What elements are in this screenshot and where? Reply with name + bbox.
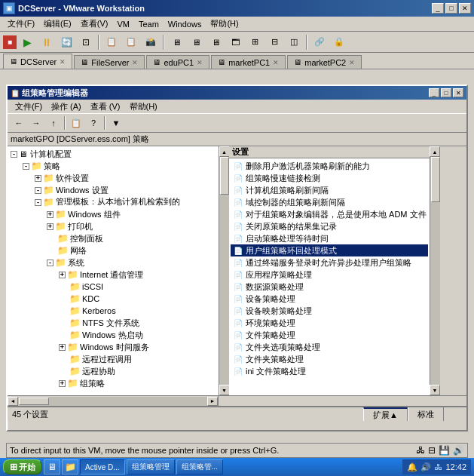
tree-hscroll-right[interactable]: ► <box>207 397 218 406</box>
menu-vm[interactable]: VM <box>112 17 134 31</box>
toolbar-btn-2[interactable]: ▶ <box>18 34 36 51</box>
tree-item-remote-assist[interactable]: 📁 远程协助 <box>9 365 216 377</box>
tree-item-network[interactable]: 📁 网络 <box>9 244 216 256</box>
gpe-forward-btn[interactable]: → <box>28 115 44 131</box>
toolbar-btn-6[interactable]: 📋 <box>102 34 121 51</box>
taskbar-gp-mgmt2[interactable]: 组策略管... <box>176 459 223 474</box>
toolbar-btn-13[interactable]: ⊞ <box>246 34 264 51</box>
gpe-filter-btn[interactable]: ▼ <box>108 115 124 131</box>
tree-item-kerberos[interactable]: 📁 Kerberos <box>9 305 216 317</box>
tree-item-win-time[interactable]: + 📁 Windows 时间服务 <box>9 341 216 353</box>
settings-item-5[interactable]: 📄 关闭原策略的结果集记录 <box>231 220 428 232</box>
tree-item-software[interactable]: + 📁 软件设置 <box>9 172 216 184</box>
menu-team[interactable]: Team <box>134 17 164 31</box>
settings-item-11[interactable]: 📄 设备策略处理 <box>231 293 428 305</box>
taskbar-active-d[interactable]: Active D... <box>80 459 125 474</box>
vm-tab-close-dcserver[interactable]: ✕ <box>60 58 66 66</box>
toolbar-btn-12[interactable]: 🗔 <box>226 34 244 51</box>
tree-item-admin-templates[interactable]: - 📁 管理模板：从本地计算机检索到的 <box>9 196 216 208</box>
tree-item-windows-settings[interactable]: - 📁 Windows 设置 <box>9 184 216 196</box>
status-tab-extended[interactable]: 扩展▲ <box>363 407 408 421</box>
toolbar-btn-3[interactable]: ⏸ <box>38 34 56 51</box>
vm-tab-close-edupc1[interactable]: ✕ <box>197 59 203 66</box>
expand-windows-settings[interactable]: - <box>35 187 41 194</box>
expand-system[interactable]: - <box>47 259 54 266</box>
settings-item-7[interactable]: 📄 用户组策略环回处理模式 <box>231 244 428 256</box>
tree-scroll-track[interactable] <box>219 157 229 385</box>
settings-item-16[interactable]: 📄 文件夹策略处理 <box>231 353 428 365</box>
tree-scrollbar[interactable]: ▲ ▼ <box>219 146 229 395</box>
settings-item-12[interactable]: 📄 设备映射策略处理 <box>231 305 428 317</box>
gpe-help-btn[interactable]: ? <box>85 115 102 131</box>
tree-item-windows-components[interactable]: + 📁 Windows 组件 <box>9 208 216 220</box>
toolbar-btn-9[interactable]: 🖥 <box>167 34 185 51</box>
vm-tab-marketpc2[interactable]: 🖥 marketPC2 ✕ <box>287 55 362 69</box>
gpe-menu-help[interactable]: 帮助(H) <box>125 100 162 113</box>
vm-tab-dcserver[interactable]: 🖥 DCServer ✕ <box>3 54 72 69</box>
tree-item-computer-config[interactable]: - 🖥 计算机配置 <box>9 148 216 160</box>
expand-printers[interactable]: + <box>47 223 54 230</box>
toolbar-btn-1[interactable]: ■ <box>3 35 17 49</box>
tree-item-kdc[interactable]: 📁 KDC <box>9 293 216 305</box>
settings-item-0[interactable]: 📄 删除用户激活机器策略刷新的能力 <box>231 160 428 172</box>
expand-computer-config[interactable]: - <box>11 151 17 158</box>
settings-scroll-up[interactable]: ▲ <box>430 146 440 157</box>
toolbar-btn-7[interactable]: 📋 <box>122 34 140 51</box>
expand-admin-templates[interactable]: - <box>35 199 41 206</box>
settings-item-3[interactable]: 📄 域控制器的组策略刷新间隔 <box>231 196 428 208</box>
tree-item-rpc[interactable]: 📁 远程过程调用 <box>9 353 216 365</box>
taskbar-icon-btn[interactable]: 📁 <box>62 459 78 474</box>
maximize-button[interactable]: □ <box>445 3 457 14</box>
toolbar-btn-15[interactable]: ◫ <box>285 34 303 51</box>
settings-item-2[interactable]: 📄 计算机组策略刷新间隔 <box>231 184 428 196</box>
tree-item-system[interactable]: - 📁 系统 <box>9 256 216 269</box>
tree-item-printers[interactable]: + 📁 打印机 <box>9 220 216 232</box>
settings-item-13[interactable]: 📄 环境策略处理 <box>231 317 428 329</box>
expand-windows-components[interactable]: + <box>47 211 54 218</box>
vm-tab-close-fileserver[interactable]: ✕ <box>132 59 138 66</box>
gpe-restore-btn[interactable]: □ <box>441 88 451 97</box>
menu-view[interactable]: 查看(V) <box>76 17 113 31</box>
vm-tab-close-marketpc1[interactable]: ✕ <box>273 59 279 66</box>
settings-item-15[interactable]: 📄 文件夹选项策略处理 <box>231 341 428 353</box>
minimize-button[interactable]: _ <box>432 3 444 14</box>
settings-item-14[interactable]: 📄 文件策略处理 <box>231 329 428 341</box>
expand-policy[interactable]: - <box>23 163 29 170</box>
tree-scroll-up[interactable]: ▲ <box>219 146 230 157</box>
taskbar-show-desktop[interactable]: 🖥 <box>44 459 60 474</box>
tree-item-group-policy[interactable]: + 📁 组策略 <box>9 377 216 389</box>
toolbar-btn-4[interactable]: 🔄 <box>57 34 75 51</box>
toolbar-btn-8[interactable]: 📸 <box>142 34 160 51</box>
menu-file[interactable]: 文件(F) <box>3 17 39 31</box>
toolbar-btn-10[interactable]: 🖥 <box>187 34 205 51</box>
settings-item-10[interactable]: 📄 数据源策略处理 <box>231 281 428 293</box>
toolbar-btn-5[interactable]: ⊡ <box>77 34 95 51</box>
settings-item-17[interactable]: 📄 ini 文件策略处理 <box>231 365 428 377</box>
settings-scroll-thumb[interactable] <box>431 157 440 202</box>
start-button[interactable]: ⊞ 开始 <box>3 459 42 474</box>
vm-tab-edupc1[interactable]: 🖥 eduPC1 ✕ <box>146 55 209 69</box>
status-tab-standard[interactable]: 标准 <box>408 407 444 421</box>
gpe-menu-file[interactable]: 文件(F) <box>11 100 47 113</box>
tree-hscroll-left[interactable]: ◄ <box>8 397 18 406</box>
expand-internet-comm[interactable]: + <box>59 272 66 278</box>
tree-item-control-panel[interactable]: 📁 控制面板 <box>9 232 216 244</box>
menu-help[interactable]: 帮助(H) <box>206 17 243 31</box>
gpe-up-btn[interactable]: ↑ <box>45 115 62 131</box>
expand-group-policy[interactable]: + <box>59 380 66 387</box>
settings-scroll-track[interactable] <box>430 157 440 385</box>
toolbar-btn-16[interactable]: 🔗 <box>310 34 329 51</box>
gpe-minimize-btn[interactable]: _ <box>429 88 439 97</box>
gpe-back-btn[interactable]: ← <box>11 115 27 131</box>
tree-item-iscsi[interactable]: 📁 iSCSI <box>9 281 216 293</box>
taskbar-gp-mgmt[interactable]: 组策略管理 <box>127 459 175 474</box>
settings-item-4[interactable]: 📄 对于组策略对象编辑器，总是使用本地 ADM 文件 <box>231 208 428 220</box>
settings-item-6[interactable]: 📄 启动策略处理等待时间 <box>231 232 428 244</box>
tree-item-win-hot-start[interactable]: 📁 Windows 热启动 <box>9 329 216 341</box>
close-button[interactable]: ✕ <box>459 3 471 14</box>
gpe-show-btn[interactable]: 📋 <box>68 115 84 131</box>
vm-tab-marketpc1[interactable]: 🖥 marketPC1 ✕ <box>211 55 286 69</box>
settings-item-1[interactable]: 📄 组策略慢速链接检测 <box>231 172 428 184</box>
gpe-menu-action[interactable]: 操作 (A) <box>47 100 86 113</box>
tree-item-internet-comm[interactable]: + 📁 Internet 通信管理 <box>9 269 216 281</box>
